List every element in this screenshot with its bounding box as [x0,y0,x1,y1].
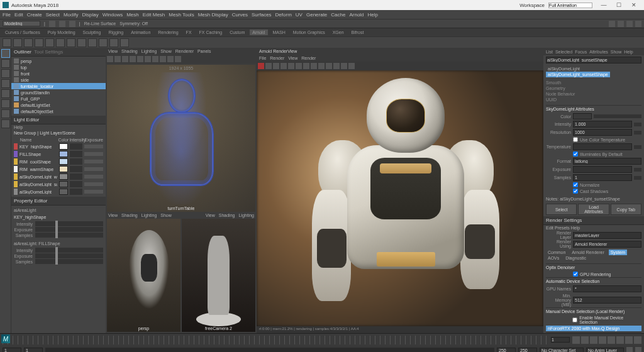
menu-item[interactable]: Edit Mesh [143,12,165,18]
select-tool[interactable] [1,49,10,58]
shelf-tab[interactable]: FX Caching [197,30,225,35]
light-row[interactable]: RIM_coolShape [13,158,104,165]
shelf-tab[interactable]: Poly Modeling [45,30,78,35]
rv-menu[interactable]: View [288,56,297,60]
range-start-field2[interactable] [24,348,43,353]
tool[interactable] [1,109,10,118]
shelf-button[interactable] [88,38,97,47]
light-intensity-field[interactable] [70,158,82,165]
exposure-slider[interactable] [35,227,103,232]
gpu-device-row[interactable]: nForceRTX 2080 with Max-Q Design [546,326,641,331]
copy-tab-button[interactable]: Copy Tab [611,204,641,215]
close-button[interactable]: ✕ [626,1,641,9]
rs-menu[interactable]: Presets [555,226,570,230]
shadows-checkbox[interactable] [573,189,578,194]
light-tab[interactable]: Layer/Scene [50,131,75,135]
render-viewport[interactable] [257,70,543,326]
loop-icon[interactable] [625,336,633,344]
rotate-tool[interactable] [1,79,10,88]
workspace-selector[interactable] [548,3,592,8]
tool[interactable] [1,119,10,128]
menu-item[interactable]: Mesh [126,12,139,18]
toolbar-icon[interactable] [618,21,624,27]
rewind-icon[interactable] [572,336,580,344]
char-set-field[interactable] [540,348,584,353]
light-color-swatch[interactable] [59,151,68,157]
vp-menu[interactable]: Panels [197,49,211,53]
light-intensity-field[interactable] [70,151,82,157]
shelf-tab[interactable]: Rigging [106,30,126,35]
light-intensity-field[interactable] [70,143,82,150]
rs-tab[interactable]: AOVs [546,255,561,261]
use-temp-checkbox[interactable] [573,137,578,142]
format-field[interactable] [573,158,641,165]
toolbar-icon[interactable] [635,21,641,27]
menu-item[interactable]: Modify [64,12,79,18]
shelf-button[interactable] [3,38,11,47]
rv-tool-icon[interactable] [326,63,332,69]
outliner-item[interactable]: front [11,70,106,77]
scale-tool[interactable] [1,89,10,98]
step-back-icon[interactable] [581,336,589,344]
lasso-tool[interactable] [1,59,10,68]
prefs-icon[interactable] [635,347,641,352]
slider[interactable] [594,114,641,118]
range-end-field2[interactable] [518,348,537,353]
rv-tool-icon[interactable] [265,63,272,69]
rs-tab[interactable]: Diagnostic [564,255,588,261]
light-exposure-slider[interactable] [84,145,103,148]
light-intensity-field[interactable] [70,181,82,187]
rv-menu[interactable]: Render [270,56,284,60]
render-layer-field[interactable] [573,232,641,239]
shelf-button[interactable] [77,38,86,47]
manual-device-checkbox[interactable] [572,317,577,322]
shelf-button[interactable] [13,38,22,47]
outliner-item[interactable]: groundStandIn [11,89,106,96]
range-end-field[interactable] [497,348,516,353]
resolution-field[interactable] [573,129,632,136]
vp-tool-icon[interactable] [130,56,136,62]
move-tool[interactable] [1,69,10,78]
light-color-swatch[interactable] [59,166,68,172]
gpu-names-field[interactable] [573,285,641,292]
shelf-tab[interactable]: Motion Graphics [291,30,328,35]
audio-icon[interactable] [634,336,641,344]
samples-slider[interactable] [35,233,103,238]
shelf-tab[interactable]: Sculpting [80,30,104,35]
samples-field[interactable] [573,174,632,181]
step-fwd-icon[interactable] [608,336,615,344]
intensity-slider[interactable] [35,221,103,226]
vp-tool-icon[interactable] [145,56,151,62]
shelf-button[interactable] [24,38,33,47]
light-exposure-slider[interactable] [84,190,103,194]
attr-tab[interactable]: Selected [555,50,572,54]
menu-item[interactable]: Mesh Tools [169,12,194,18]
shelf-button[interactable] [109,38,118,47]
min-mem-field[interactable] [573,297,641,304]
vp-tool-icon[interactable] [114,56,121,62]
shelf-tab[interactable]: XGen [330,30,347,35]
attr-tab[interactable]: List [546,50,553,54]
toolbar-icon[interactable] [626,21,633,27]
gpu-checkbox[interactable] [573,272,578,277]
menu-item[interactable]: Curves [232,12,248,18]
vp-tool-icon[interactable] [160,56,166,62]
vp-tool-icon[interactable] [167,56,174,62]
rs-tab[interactable]: Common [546,250,567,255]
slider[interactable] [634,123,641,126]
toolbar-icon[interactable] [609,21,615,27]
normalize-checkbox[interactable] [573,182,578,187]
render-using-field[interactable] [573,241,641,248]
outliner-item[interactable]: side [11,77,106,83]
menu-item[interactable]: Create [27,12,42,18]
slider[interactable] [634,168,641,172]
light-color-swatch[interactable] [59,189,68,195]
status-icon[interactable] [69,21,75,27]
intensity-slider[interactable] [35,248,103,253]
vp-menu[interactable]: View [108,49,118,53]
light-row[interactable]: aiSkyDomeLight [13,188,104,195]
vp-menu[interactable]: Show [160,49,172,53]
light-editor-menu[interactable]: Help [11,124,106,130]
menu-item[interactable]: Display [82,12,99,18]
attr-tab[interactable]: Focus [575,50,587,54]
